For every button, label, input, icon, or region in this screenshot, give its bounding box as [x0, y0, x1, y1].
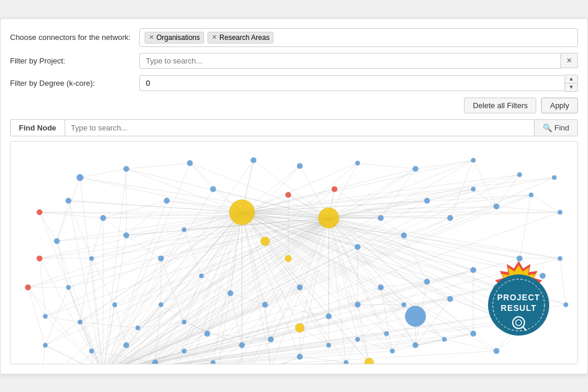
network-node[interactable]	[66, 285, 71, 290]
network-node[interactable]	[229, 199, 255, 225]
network-node[interactable]	[318, 207, 339, 228]
network-node[interactable]	[442, 337, 447, 341]
network-node[interactable]	[262, 301, 268, 307]
network-node[interactable]	[344, 360, 349, 363]
network-node[interactable]	[424, 279, 430, 284]
network-node[interactable]	[123, 166, 129, 172]
network-node[interactable]	[558, 210, 563, 215]
network-node[interactable]	[517, 172, 522, 177]
project-search-input[interactable]	[139, 53, 561, 69]
network-node[interactable]	[413, 166, 419, 172]
degree-input[interactable]	[139, 75, 565, 91]
network-node[interactable]	[285, 254, 292, 262]
network-node[interactable]	[401, 232, 407, 238]
network-node[interactable]	[199, 273, 204, 278]
network-node[interactable]	[159, 302, 163, 307]
network-node[interactable]	[76, 174, 83, 181]
network-node[interactable]	[378, 215, 384, 221]
network-node[interactable]	[413, 342, 419, 348]
network-node[interactable]	[517, 255, 523, 261]
network-node[interactable]	[100, 215, 106, 221]
network-node[interactable]	[402, 302, 406, 307]
delete-filters-button[interactable]: Delete all Filters	[464, 98, 536, 113]
network-node[interactable]	[182, 349, 186, 353]
network-node[interactable]	[43, 314, 48, 319]
edge	[39, 212, 103, 218]
network-node[interactable]	[540, 314, 545, 319]
network-node[interactable]	[89, 349, 94, 353]
network-node[interactable]	[210, 186, 216, 192]
network-node[interactable]	[493, 313, 499, 319]
network-node[interactable]	[43, 343, 48, 347]
network-node[interactable]	[493, 203, 499, 209]
network-node[interactable]	[112, 302, 117, 307]
find-search-input[interactable]	[65, 119, 534, 136]
network-node[interactable]	[405, 306, 426, 326]
network-node[interactable]	[36, 209, 42, 215]
network-node[interactable]	[239, 342, 245, 348]
network-node[interactable]	[65, 197, 71, 203]
network-node[interactable]	[54, 238, 60, 244]
network-node[interactable]	[558, 256, 563, 260]
network-node[interactable]	[384, 331, 389, 336]
network-node[interactable]	[355, 301, 360, 307]
project-clear-button[interactable]: ✕	[561, 53, 578, 68]
network-node[interactable]	[205, 330, 211, 336]
network-node[interactable]	[471, 186, 476, 191]
network-node[interactable]	[182, 320, 186, 324]
network-node[interactable]	[493, 348, 499, 354]
degree-up-button[interactable]: ▲	[565, 75, 577, 83]
network-node[interactable]	[78, 320, 82, 324]
network-node[interactable]	[36, 255, 42, 261]
network-node[interactable]	[540, 273, 546, 279]
network-node[interactable]	[493, 284, 499, 290]
apply-button[interactable]: Apply	[541, 98, 578, 113]
network-node[interactable]	[552, 175, 557, 180]
network-node[interactable]	[563, 302, 568, 307]
network-node[interactable]	[123, 342, 129, 348]
network-node[interactable]	[447, 296, 453, 301]
network-node[interactable]	[447, 215, 453, 221]
edge	[103, 200, 166, 218]
tag-remove-research-areas[interactable]: ✕	[212, 33, 217, 41]
network-node[interactable]	[390, 349, 395, 353]
network-node[interactable]	[297, 163, 303, 169]
edge	[126, 169, 329, 218]
find-button[interactable]: 🔍 Find	[534, 119, 578, 136]
network-node[interactable]	[89, 256, 94, 260]
network-node[interactable]	[355, 337, 360, 341]
network-node[interactable]	[470, 267, 476, 273]
network-node[interactable]	[332, 186, 338, 192]
network-node[interactable]	[211, 360, 215, 363]
network-node[interactable]	[25, 284, 31, 290]
network-node[interactable]	[268, 336, 274, 342]
degree-down-button[interactable]: ▼	[565, 83, 577, 91]
network-node[interactable]	[228, 290, 233, 296]
network-node[interactable]	[355, 160, 360, 165]
network-node[interactable]	[250, 157, 256, 163]
network-node[interactable]	[326, 313, 332, 319]
network-node[interactable]	[158, 255, 164, 261]
network-node[interactable]	[164, 197, 170, 203]
network-node[interactable]	[517, 320, 522, 324]
network-node[interactable]	[297, 284, 303, 290]
network-node[interactable]	[187, 160, 193, 166]
tag-remove-organisations[interactable]: ✕	[149, 33, 154, 41]
find-node-button[interactable]: Find Node	[10, 119, 65, 136]
network-node[interactable]	[135, 325, 140, 330]
network-node[interactable]	[295, 323, 305, 333]
network-node[interactable]	[182, 227, 186, 232]
network-node[interactable]	[285, 192, 291, 197]
network-node[interactable]	[529, 192, 533, 197]
network-node[interactable]	[378, 284, 384, 290]
network-node[interactable]	[326, 343, 331, 347]
network-node[interactable]	[355, 244, 360, 250]
network-node[interactable]	[297, 354, 303, 360]
tags-input[interactable]: ✕Organisations✕Research Areas	[139, 28, 578, 47]
network-node[interactable]	[471, 158, 476, 162]
network-node[interactable]	[123, 232, 129, 238]
edge	[115, 212, 242, 304]
network-node[interactable]	[424, 197, 430, 203]
network-node[interactable]	[470, 330, 476, 336]
network-node[interactable]	[260, 236, 270, 246]
